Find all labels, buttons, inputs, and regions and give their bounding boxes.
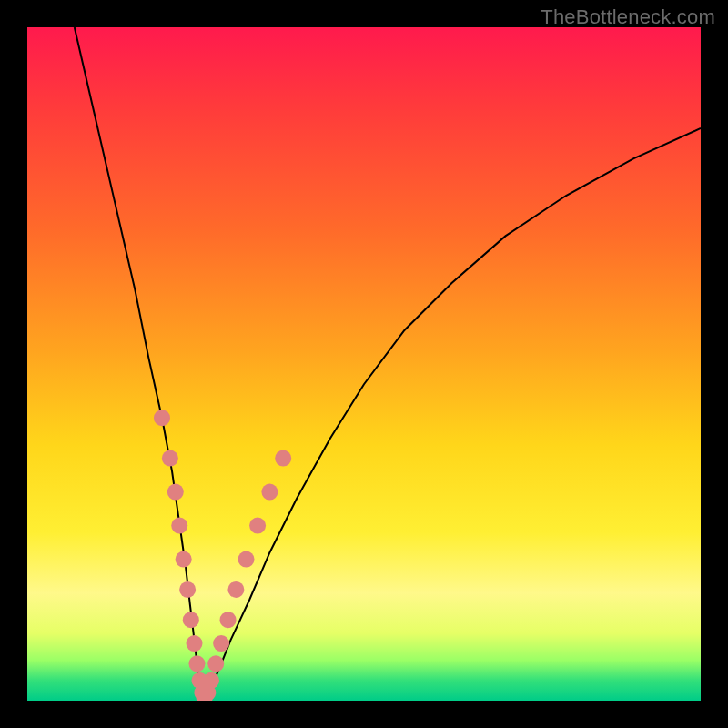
marker-dot — [213, 635, 229, 652]
marker-dot — [167, 484, 184, 500]
chart-svg — [27, 27, 701, 701]
marker-dot — [179, 581, 196, 598]
watermark-text: TheBottleneck.com — [541, 5, 715, 29]
chart-frame: TheBottleneck.com — [0, 0, 728, 728]
marker-dot — [183, 612, 199, 628]
marker-dot — [275, 450, 291, 467]
marker-dot — [154, 410, 170, 426]
marker-dot — [187, 635, 203, 652]
marker-dot — [162, 450, 178, 467]
marker-dot — [261, 484, 278, 500]
marker-dot — [188, 655, 205, 672]
marker-dot — [228, 581, 244, 598]
marker-dot — [207, 655, 224, 672]
curve-right-branch — [204, 128, 701, 700]
marker-dot — [203, 672, 219, 689]
curve-left-branch — [75, 27, 204, 700]
marker-dot — [176, 551, 192, 568]
marker-dot — [249, 518, 266, 534]
highlight-markers — [154, 410, 291, 701]
plot-area — [27, 27, 701, 701]
marker-dot — [238, 551, 255, 568]
marker-dot — [220, 612, 237, 628]
marker-dot — [171, 518, 187, 534]
